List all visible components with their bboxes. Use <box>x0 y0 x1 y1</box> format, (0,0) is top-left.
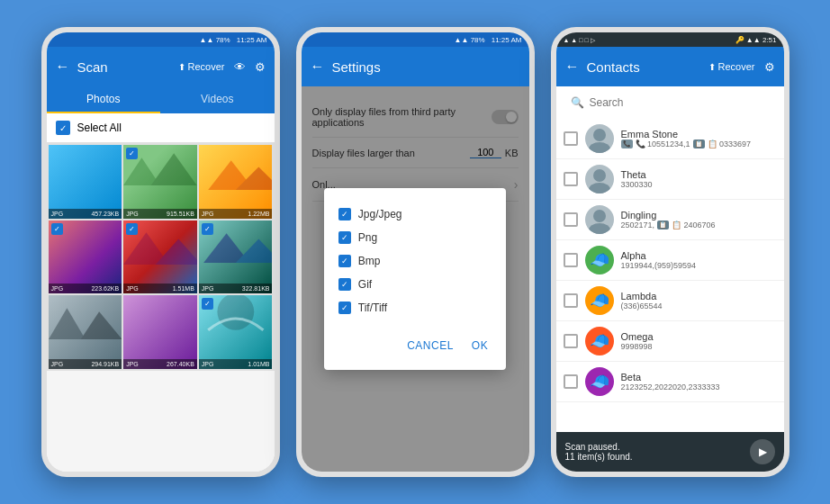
file-info-7: JPG 267.40KB <box>123 359 197 369</box>
name-dingling: Dingling <box>621 210 777 220</box>
tab-photos[interactable]: Photos <box>47 86 161 113</box>
photo-cell-5[interactable]: ✓ JPG 322.81KB <box>199 220 273 294</box>
scan-actions: ⬆ Recover 👁 ⚙ <box>178 60 266 74</box>
play-button[interactable]: ▶ <box>750 439 775 464</box>
photo-cell-6[interactable]: JPG 294.91KB <box>49 295 122 369</box>
info-theta: Theta 3300330 <box>621 169 777 189</box>
svg-point-15 <box>593 210 606 222</box>
scan-content: ✓ Select All JPG 457.23KB ✓ JPG <box>47 113 275 472</box>
check-3: ✓ <box>51 223 63 235</box>
contact-omega[interactable]: 🧢 Omega 9998998 <box>556 321 784 362</box>
info-emma: Emma Stone 📞 📞 10551234,1 📋 📋 0333697 <box>621 129 777 148</box>
checkbox-beta[interactable] <box>564 374 578 389</box>
contact-dingling[interactable]: Dingling 2502171, 📋 📋 2406706 <box>556 200 784 240</box>
contact-alpha[interactable]: 🧢 Alpha 1919944,(959)59594 <box>556 240 784 281</box>
info-alpha: Alpha 1919944,(959)59594 <box>621 250 777 270</box>
status-bar-1: ▲▲ 78% 11:25 AM <box>47 32 275 47</box>
photo-cell-0[interactable]: JPG 457.23KB <box>49 145 122 219</box>
back-button-settings[interactable]: ← <box>311 58 325 75</box>
phone-settings: ▲▲ 78% 11:25 AM ← Settings Only display … <box>296 27 535 477</box>
time-2: 11:25 AM <box>492 36 522 44</box>
dialog-item-1[interactable]: ✓ Png <box>338 226 492 249</box>
select-all-label: Select All <box>77 122 122 134</box>
info-omega: Omega 9998998 <box>621 331 777 351</box>
avatar-omega: 🧢 <box>585 327 614 356</box>
photo-cell-7[interactable]: JPG 267.40KB <box>123 295 197 369</box>
dialog-item-2[interactable]: ✓ Bmp <box>338 249 492 273</box>
svg-point-14 <box>589 183 610 194</box>
back-button-scan[interactable]: ← <box>56 58 70 75</box>
scan-paused-text: Scan paused. 11 item(s) found. <box>565 442 633 462</box>
app-bar-settings: ← Settings <box>302 47 529 86</box>
scan-tabs: Photos Videos <box>47 86 275 113</box>
checkbox-theta[interactable] <box>564 172 578 186</box>
svg-marker-9 <box>80 312 122 340</box>
right-icons: 🔑 ▲▲ 2:51 <box>735 36 777 44</box>
phone-scan: ▲▲ 78% 11:25 AM ← Scan ⬆ Recover 👁 ⚙ Pho… <box>41 27 280 477</box>
dialog-item-0[interactable]: ✓ Jpg/Jpeg <box>338 202 492 226</box>
select-all-checkbox[interactable]: ✓ <box>56 121 70 135</box>
photo-cell-1[interactable]: ✓ JPG 915.51KB <box>123 145 197 219</box>
dialog-item-4[interactable]: ✓ Tif/Tiff <box>338 296 492 320</box>
file-info-3: JPG 223.62KB <box>49 284 122 293</box>
settings-content: Only display files from third party appl… <box>302 86 529 472</box>
search-input[interactable] <box>590 96 770 109</box>
recover-button-contacts[interactable]: ⬆ Recover <box>708 61 755 72</box>
contact-beta[interactable]: 🧢 Beta 2123252,2022020,2333333 <box>556 362 784 402</box>
name-omega: Omega <box>621 331 777 342</box>
contact-lambda[interactable]: 🧢 Lambda (336)65544 <box>556 281 784 321</box>
contact-theta[interactable]: Theta 3300330 <box>556 159 784 200</box>
eye-icon[interactable]: 👁 <box>234 60 246 74</box>
checkbox-jpg[interactable]: ✓ <box>338 208 351 220</box>
svg-point-13 <box>593 169 606 182</box>
label-gif: Gif <box>358 278 372 291</box>
svg-point-10 <box>217 295 254 330</box>
checkbox-bmp[interactable]: ✓ <box>338 255 351 267</box>
svg-point-16 <box>589 223 610 234</box>
search-bar: 🔍 <box>564 92 777 113</box>
checkbox-emma[interactable] <box>564 131 578 146</box>
checkbox-lambda[interactable] <box>564 293 578 308</box>
photo-cell-2[interactable]: JPG 1.22MB <box>199 145 273 219</box>
settings-icon-contacts[interactable]: ⚙ <box>764 60 775 74</box>
select-all-row[interactable]: ✓ Select All <box>47 113 275 143</box>
contact-emma[interactable]: Emma Stone 📞 📞 10551234,1 📋 📋 0333697 <box>556 119 784 159</box>
cancel-button[interactable]: CANCEL <box>403 336 457 356</box>
scan-paused-bar: Scan paused. 11 item(s) found. ▶ <box>556 432 784 472</box>
svg-point-11 <box>593 129 606 141</box>
label-png: Png <box>358 231 377 244</box>
contact-list: Emma Stone 📞 📞 10551234,1 📋 📋 0333697 T <box>556 119 784 432</box>
app-bar-contacts: ← Contacts ⬆ Recover ⚙ <box>556 47 784 86</box>
photo-cell-3[interactable]: ✓ JPG 223.62KB <box>49 220 122 294</box>
name-beta: Beta <box>621 372 777 382</box>
checkbox-alpha[interactable] <box>564 253 578 267</box>
dialog-item-3[interactable]: ✓ Gif <box>338 273 492 296</box>
recover-button-scan[interactable]: ⬆ Recover <box>178 61 225 72</box>
checkbox-dingling[interactable] <box>564 212 578 227</box>
phone-dingling: 2502171, 📋 📋 2406706 <box>621 220 777 230</box>
file-info-4: JPG 1.51MB <box>123 284 197 293</box>
avatar-emma <box>585 124 614 153</box>
file-info-1: JPG 915.51KB <box>123 209 197 219</box>
photo-cell-4[interactable]: ✓ JPG 1.51MB <box>123 220 197 294</box>
left-icons: ▲ ▲ □ □ ▷ <box>564 37 595 44</box>
checkbox-tif[interactable]: ✓ <box>338 302 351 314</box>
photo-cell-8[interactable]: ✓ JPG 1.01MB <box>199 295 273 369</box>
contacts-actions: ⬆ Recover ⚙ <box>708 60 775 74</box>
avatar-lambda: 🧢 <box>585 286 614 315</box>
checkbox-omega[interactable] <box>564 334 578 348</box>
settings-icon-scan[interactable]: ⚙ <box>255 60 266 74</box>
dialog-overlay: ✓ Jpg/Jpeg ✓ Png ✓ Bmp ✓ Gif <box>302 86 529 472</box>
phone-theta: 3300330 <box>621 180 777 189</box>
signal-1: ▲▲ 78% <box>200 36 230 44</box>
back-button-contacts[interactable]: ← <box>565 58 580 75</box>
checkbox-png[interactable]: ✓ <box>338 231 351 244</box>
ok-button[interactable]: OK <box>468 336 492 356</box>
phone-alpha: 1919944,(959)59594 <box>621 261 777 270</box>
svg-marker-1 <box>151 153 197 185</box>
label-jpg: Jpg/Jpeg <box>358 208 402 220</box>
tab-videos[interactable]: Videos <box>160 86 275 112</box>
status-bar-2: ▲▲ 78% 11:25 AM <box>302 32 529 47</box>
checkbox-gif[interactable]: ✓ <box>338 278 351 291</box>
svg-marker-5 <box>156 238 197 265</box>
